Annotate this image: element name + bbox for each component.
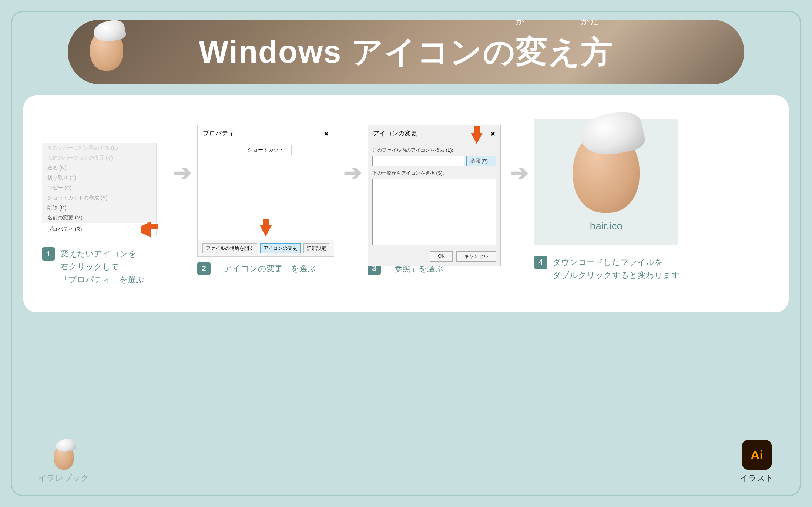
footer-right-label: イラスト [740,473,774,484]
menu-item[interactable]: 以前のバージョンの復元 (V) [42,153,156,163]
ok-cancel-row: OK キャンセル [372,249,496,262]
step-number: 1 [42,247,55,261]
hair-icon [573,131,640,213]
step-3: アイコンの変更 × このファイル内のアイコンを検索 (L): 参照 (B)...… [368,125,504,275]
footer-right: Ai イラスト [740,440,774,484]
properties-label: プロパティ (R) [47,226,82,233]
step-2-caption: 2 「アイコンの変更」を選ぶ [197,262,316,275]
title-prefix: Windows アイコンの [199,34,516,69]
dialog-title: プロパティ [203,129,234,139]
title-char-2: 方 [581,34,613,69]
step-number: 4 [534,256,547,269]
menu-item[interactable]: 名前の変更 (M) [42,213,156,223]
step-4-visual: hair.ico [534,119,678,245]
step-2-text: 「アイコンの変更」を選ぶ [216,262,316,275]
ok-button[interactable]: OK [430,251,453,262]
context-menu: タスクバーにピン留めする (K) 以前のバージョンの復元 (V) 送る (N) … [42,143,157,236]
cancel-button[interactable]: キャンセル [456,251,496,262]
search-row: 参照 (B)... [372,156,496,166]
step-2: プロパティ × ショートカット ファイルの場所を開く アイコンの変更 詳細 [197,125,338,275]
ruby-ka: か [516,16,525,27]
arrow-down-icon [260,225,272,236]
step-1-caption: 1 変えたいアイコンを 右クリックして 「プロパティ」を選ぶ [42,247,144,286]
menu-item[interactable]: 削除 (D) [42,203,156,213]
step-1-text: 変えたいアイコンを 右クリックして 「プロパティ」を選ぶ [60,247,144,286]
open-location-button[interactable]: ファイルの場所を開く [202,243,257,254]
arrow-right-icon: ➔ [510,160,529,185]
page-frame: Windows アイコンのか変えかた方 タスクバーにピン留めする (K) 以前の… [11,11,801,496]
step-3-visual: アイコンの変更 × このファイル内のアイコンを検索 (L): 参照 (B)...… [368,125,501,251]
tab-shortcut[interactable]: ショートカット [240,145,292,155]
close-icon[interactable]: × [324,129,329,139]
browse-button[interactable]: 参照 (B)... [466,156,496,166]
dialog-body [198,155,334,240]
arrow-left-icon [141,226,151,232]
step-number: 2 [197,262,211,275]
step-4-text: ダウンロードしたファイルを ダブルクリックすると変わります [553,256,680,282]
menu-item[interactable]: コピー (C) [42,183,156,193]
title-mid: え [548,34,581,69]
step-4-caption: 4 ダウンロードしたファイルを ダブルクリックすると変わります [534,256,680,282]
close-icon[interactable]: × [490,129,495,139]
change-icon-button[interactable]: アイコンの変更 [260,243,301,254]
header-banner: Windows アイコンのか変えかた方 [68,20,744,84]
properties-dialog: プロパティ × ショートカット ファイルの場所を開く アイコンの変更 詳細 [197,125,334,257]
step-1: タスクバーにピン留めする (K) 以前のバージョンの復元 (V) 送る (N) … [42,114,168,286]
menu-item[interactable]: タスクバーにピン留めする (K) [42,143,156,153]
menu-item[interactable]: 切り取り (T) [42,173,156,183]
arrow-down-icon [471,133,483,144]
dialog-body: このファイル内のアイコンを検索 (L): 参照 (B)... 下の一覧からアイコ… [368,142,500,266]
footer-left: イラレブック [38,444,89,484]
steps-row: タスクバーにピン留めする (K) 以前のバージョンの復元 (V) 送る (N) … [42,114,770,286]
hair-icon [54,444,74,470]
content-panel: タスクバーにピン留めする (K) 以前のバージョンの復元 (V) 送る (N) … [23,95,789,312]
step-4: hair.ico 4 ダウンロードしたファイルを ダブルクリックすると変わります [534,119,682,282]
step-2-visual: プロパティ × ショートカット ファイルの場所を開く アイコンの変更 詳細 [197,125,334,251]
result-filename: hair.ico [590,220,623,232]
arrow-right-icon: ➔ [173,160,192,185]
illustrator-icon: Ai [742,440,772,470]
icon-path-input[interactable] [372,156,464,166]
dialog-buttons: ファイルの場所を開く アイコンの変更 詳細設定 [198,240,334,256]
menu-item[interactable]: 送る (N) [42,163,156,173]
advanced-button[interactable]: 詳細設定 [303,243,329,254]
change-icon-dialog: アイコンの変更 × このファイル内のアイコンを検索 (L): 参照 (B)...… [368,125,501,266]
result-preview: hair.ico [534,119,678,245]
footer-left-label: イラレブック [38,473,89,484]
menu-item-properties[interactable]: プロパティ (R) [42,223,156,236]
title-char-1: 変 [516,34,548,69]
ruby-kata: かた [581,16,600,27]
hair-icon [90,30,134,74]
tab-bar: ショートカット [198,142,334,155]
dialog-titlebar: プロパティ × [198,125,334,142]
icon-list[interactable] [372,179,496,245]
dialog-title: アイコンの変更 [373,129,417,139]
arrow-right-icon: ➔ [343,160,362,185]
menu-item[interactable]: ショットカットの作成 (S) [42,193,156,203]
select-label: 下の一覧からアイコンを選択 (S): [372,170,496,177]
page-title: Windows アイコンのか変えかた方 [199,31,613,73]
step-1-visual: タスクバーにピン留めする (K) 以前のバージョンの復元 (V) 送る (N) … [42,114,157,236]
search-label: このファイル内のアイコンを検索 (L): [372,147,496,154]
